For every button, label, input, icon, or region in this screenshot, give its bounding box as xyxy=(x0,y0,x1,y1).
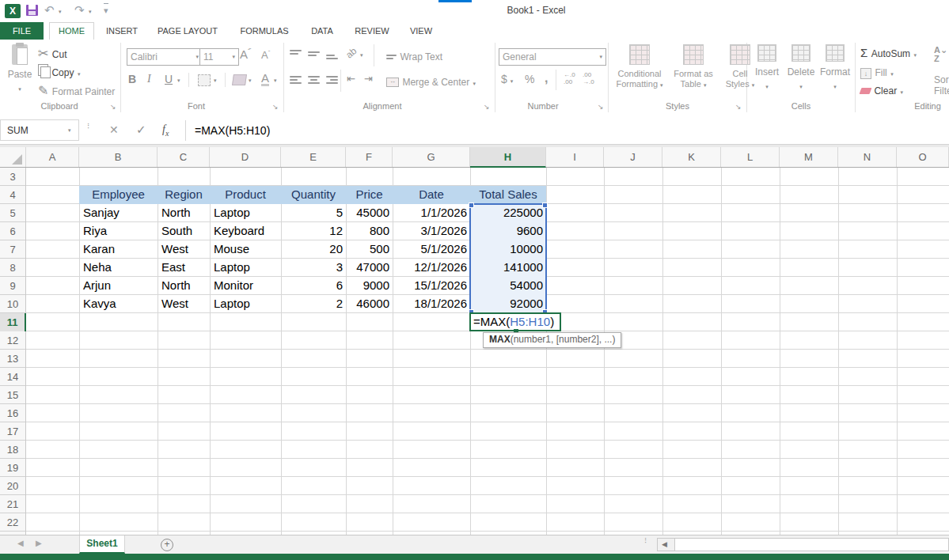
table-header-price[interactable]: Price xyxy=(346,186,393,204)
column-header-k[interactable]: K xyxy=(662,147,721,167)
name-box-dropdown-icon[interactable]: ▾ xyxy=(68,127,71,134)
tab-view[interactable]: VIEW xyxy=(405,22,437,40)
underline-dropdown-icon[interactable]: ▾ xyxy=(177,78,180,84)
table-header-quantity[interactable]: Quantity xyxy=(281,186,346,204)
table-header-total-sales[interactable]: Total Sales xyxy=(470,186,546,204)
sheet-tab-sheet1[interactable]: Sheet1 xyxy=(79,535,125,554)
tab-file[interactable]: FILE xyxy=(0,22,44,40)
tab-formulas[interactable]: FORMULAS xyxy=(234,22,294,40)
cell-c6[interactable]: South xyxy=(158,222,210,240)
font-dialog-launcher-icon[interactable]: ↘ xyxy=(272,103,280,111)
number-dialog-launcher-icon[interactable]: ↘ xyxy=(598,103,605,111)
autosum-button[interactable]: Σ AutoSum ▾ xyxy=(860,46,917,60)
bold-button[interactable]: B xyxy=(128,73,136,85)
column-header-o[interactable]: O xyxy=(897,147,949,167)
tab-scroll-divider[interactable]: ⁝ xyxy=(644,539,647,543)
row-header-12[interactable]: 12 xyxy=(0,331,25,350)
align-right-icon[interactable] xyxy=(326,74,338,85)
cell-e6[interactable]: 12 xyxy=(281,222,346,240)
cell-b9[interactable]: Arjun xyxy=(79,277,158,295)
column-header-l[interactable]: L xyxy=(721,147,780,167)
cut-button[interactable]: ✂ Cut xyxy=(38,46,67,61)
column-header-i[interactable]: I xyxy=(546,147,604,167)
horizontal-scrollbar-thumb[interactable] xyxy=(674,538,949,551)
table-header-product[interactable]: Product xyxy=(210,186,281,204)
row-header-16[interactable]: 16 xyxy=(0,404,25,422)
borders-icon[interactable] xyxy=(198,74,211,86)
align-top-icon[interactable] xyxy=(290,48,302,59)
paste-button[interactable]: Paste ▾ xyxy=(6,44,33,96)
decrease-indent-icon[interactable]: ⇤ xyxy=(347,73,355,85)
insert-cells-button[interactable]: Insert ▾ xyxy=(752,44,782,92)
cell-d7[interactable]: Mouse xyxy=(210,240,281,259)
format-painter-button[interactable]: ✎ Format Painter xyxy=(38,83,115,98)
sort-filter-icon[interactable]: A⌄Z xyxy=(934,46,947,63)
column-header-g[interactable]: G xyxy=(393,147,470,167)
cell-e5[interactable]: 5 xyxy=(281,204,346,222)
column-header-d[interactable]: D xyxy=(210,147,281,167)
column-header-n[interactable]: N xyxy=(838,147,897,167)
wrap-text-button[interactable]: Wrap Text xyxy=(386,49,442,63)
percent-button[interactable]: % xyxy=(525,73,534,85)
cell-e7[interactable]: 20 xyxy=(281,240,346,259)
row-header-6[interactable]: 6 xyxy=(0,222,25,240)
fill-color-dropdown-icon[interactable]: ▾ xyxy=(249,78,252,84)
cell-e8[interactable]: 3 xyxy=(281,259,346,277)
sheet-nav-left-icon[interactable]: ◀ xyxy=(17,539,24,547)
clear-button[interactable]: Clear ▾ xyxy=(860,83,903,97)
decrease-decimal-icon[interactable]: .00→.0 xyxy=(583,71,594,85)
clipboard-dialog-launcher-icon[interactable]: ↘ xyxy=(110,103,118,111)
row-header-8[interactable]: 8 xyxy=(0,259,25,277)
orientation-dropdown-icon[interactable]: ▾ xyxy=(360,52,363,59)
tab-home[interactable]: HOME xyxy=(49,22,94,40)
cell-h7[interactable]: 10000 xyxy=(471,240,546,259)
select-all-corner[interactable] xyxy=(0,147,26,167)
row-header-20[interactable]: 20 xyxy=(0,477,25,495)
row-header-22[interactable]: 22 xyxy=(0,513,25,532)
cell-h8[interactable]: 141000 xyxy=(471,259,546,277)
cell-h9[interactable]: 54000 xyxy=(471,277,546,295)
cell-h6[interactable]: 9600 xyxy=(471,222,546,240)
cell-h10[interactable]: 92000 xyxy=(471,295,546,313)
sheet-nav-right-icon[interactable]: ▶ xyxy=(36,539,42,547)
increase-decimal-icon[interactable]: ←.0.00 xyxy=(564,71,575,85)
cell-c7[interactable]: West xyxy=(158,240,210,259)
insert-function-icon[interactable]: fx xyxy=(162,123,169,138)
row-header-13[interactable]: 13 xyxy=(0,350,25,368)
cell-b6[interactable]: Riya xyxy=(79,222,158,240)
alignment-dialog-launcher-icon[interactable]: ↘ xyxy=(484,103,492,111)
cell-d8[interactable]: Laptop xyxy=(210,259,281,277)
cell-f5[interactable]: 45000 xyxy=(346,204,393,222)
copy-button[interactable]: Copy ▾ xyxy=(38,64,80,79)
table-header-employee[interactable]: Employee xyxy=(79,186,158,204)
column-header-j[interactable]: J xyxy=(604,147,662,167)
italic-button[interactable]: I xyxy=(147,73,151,85)
row-header-19[interactable]: 19 xyxy=(0,459,25,477)
cell-e10[interactable]: 2 xyxy=(281,295,346,313)
column-header-f[interactable]: F xyxy=(346,147,393,167)
column-header-c[interactable]: C xyxy=(158,147,210,167)
underline-button[interactable]: U xyxy=(165,73,173,85)
tab-review[interactable]: REVIEW xyxy=(350,22,394,40)
cell-h5[interactable]: 225000 xyxy=(471,204,546,222)
column-header-m[interactable]: M xyxy=(780,147,838,167)
orientation-icon[interactable]: ab xyxy=(344,45,359,60)
cell-f7[interactable]: 500 xyxy=(346,240,393,259)
formula-bar-resize-handle[interactable]: ⁝ xyxy=(87,125,89,128)
cell-d6[interactable]: Keyboard xyxy=(210,222,281,240)
row-header-3[interactable]: 3 xyxy=(0,168,25,186)
column-header-a[interactable]: A xyxy=(26,147,79,167)
table-header-date[interactable]: Date xyxy=(393,186,470,204)
formula-bar-input[interactable]: =MAX(H5:H10) xyxy=(195,124,270,137)
cell-b8[interactable]: Neha xyxy=(79,259,158,277)
row-header-7[interactable]: 7 xyxy=(0,240,25,259)
comma-button[interactable]: , xyxy=(545,71,548,85)
cell-b10[interactable]: Kavya xyxy=(79,295,158,313)
align-middle-icon[interactable] xyxy=(308,50,320,58)
row-header-9[interactable]: 9 xyxy=(0,277,25,295)
new-sheet-icon[interactable]: + xyxy=(161,539,173,551)
format-cells-button[interactable]: Format ▾ xyxy=(818,44,852,92)
tab-data[interactable]: DATA xyxy=(306,22,339,40)
cell-f6[interactable]: 800 xyxy=(346,222,393,240)
borders-dropdown-icon[interactable]: ▾ xyxy=(214,78,217,84)
